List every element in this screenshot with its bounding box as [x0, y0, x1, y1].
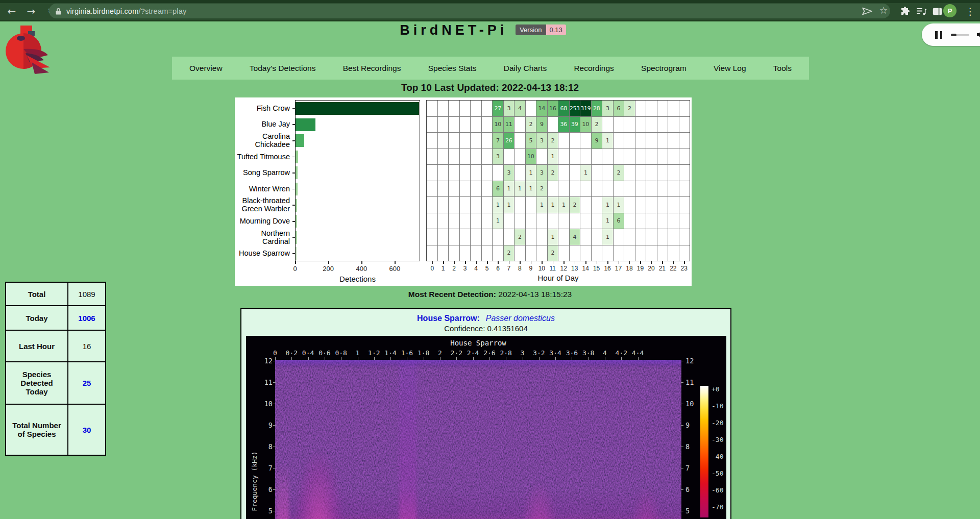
heatmap-cell: 27 [493, 101, 503, 116]
spectrogram-time-tick [523, 357, 523, 360]
spectrogram-freq-label: 8 [685, 442, 690, 451]
spectrogram-freq-tick [681, 489, 683, 490]
heatmap-cell [570, 245, 580, 261]
detections-bar [296, 199, 297, 212]
heatmap-cell: 2 [592, 117, 602, 133]
heatmap-axis-tick-label: 11 [550, 265, 556, 272]
heatmap-cell [580, 181, 591, 197]
heatmap-axis-tick-label: 15 [593, 265, 600, 272]
stats-value-link[interactable]: 30 [68, 404, 106, 455]
stats-row: Total Number of Species30 [6, 404, 106, 455]
nav-item-spectrogram[interactable]: Spectrogram [641, 64, 687, 73]
heatmap-cell: 36 [558, 117, 569, 133]
heatmap-cell: 68 [558, 101, 569, 116]
spectrogram-time-tick [539, 357, 540, 360]
spectrogram-time-tick [358, 357, 358, 360]
heatmap-cell: 2 [624, 101, 635, 116]
heatmap-cell: 1 [536, 197, 547, 213]
heatmap-cell [526, 197, 536, 213]
spectrogram-time-tick-label: 0·8 [335, 349, 347, 357]
heatmap-cell [592, 149, 602, 165]
nav-item-species-stats[interactable]: Species Stats [428, 64, 477, 73]
detection-species-name[interactable]: House Sparrow: [417, 314, 480, 323]
heatmap-cell: 3 [536, 165, 547, 181]
heatmap-cell [646, 181, 657, 197]
heatmap-cell: 16 [548, 101, 558, 116]
bookmark-star-icon[interactable]: ☆ [877, 5, 890, 16]
heatmap-cell: 2 [504, 245, 514, 261]
species-tick [292, 253, 295, 254]
heatmap-cell [657, 101, 668, 116]
progress-slider[interactable] [951, 34, 969, 36]
hourly-heatmap: 2734141668253319283621011293639102726532… [426, 100, 690, 261]
nav-item-recordings[interactable]: Recordings [574, 64, 614, 73]
spectrogram-freq-label: 11 [256, 378, 273, 386]
heatmap-cell [635, 117, 646, 133]
detections-bar [296, 134, 304, 147]
heatmap-cell [449, 197, 459, 213]
heatmap-cell: 10 [580, 117, 591, 133]
heatmap-cell: 10 [493, 117, 503, 133]
heatmap-axis-tick-label: 10 [538, 265, 545, 272]
nav-item-tools[interactable]: Tools [773, 64, 792, 73]
volume-icon[interactable] [976, 31, 980, 39]
nav-item-best-recordings[interactable]: Best Recordings [343, 64, 401, 73]
bar-axis-tick [395, 261, 396, 264]
bar-axis-tick-label: 400 [356, 265, 367, 273]
stats-label: Total Number of Species [6, 404, 68, 455]
heatmap-cell [558, 149, 569, 165]
heatmap-cell: 5 [526, 133, 536, 149]
pause-button[interactable] [935, 31, 942, 39]
heatmap-cell: 7 [493, 133, 503, 149]
heatmap-cell [635, 245, 646, 261]
send-to-device-icon[interactable] [861, 5, 874, 17]
heatmap-cell: 9 [592, 133, 602, 149]
heatmap-cell: 1 [580, 165, 591, 181]
spectrogram-time-tick [291, 357, 292, 360]
heatmap-cell [427, 229, 437, 245]
heatmap-cell [493, 229, 503, 245]
nav-item-overview[interactable]: Overview [189, 64, 223, 73]
spectrogram-freq-tick [681, 447, 683, 447]
heatmap-cell [438, 133, 449, 149]
nav-item-today-s-detections[interactable]: Today's Detections [250, 64, 316, 73]
profile-avatar[interactable]: P [943, 4, 957, 17]
heatmap-cell: 1 [493, 213, 503, 229]
spectrogram-time-tick [473, 357, 474, 360]
spectrogram-time-tick-label: 2·2 [451, 349, 462, 357]
heatmap-cell [614, 133, 624, 149]
colorbar-tick-label: -10 [712, 402, 723, 410]
spectrogram-time-tick-label: 3·2 [533, 349, 545, 357]
back-icon[interactable]: ← [4, 4, 19, 18]
spectrogram-time-tick-label: 1 [356, 349, 360, 357]
heatmap-cell [668, 181, 679, 197]
nav-item-view-log[interactable]: View Log [714, 64, 746, 73]
forward-icon[interactable]: → [23, 4, 39, 18]
audio-player [922, 23, 980, 46]
address-bar[interactable]: virginia.birdnetpi.com/?stream=play [49, 4, 890, 18]
stats-value-link[interactable]: 25 [68, 362, 106, 404]
heatmap-cell [514, 165, 525, 181]
heatmap-cell [471, 229, 481, 245]
heatmap-axis-tick [640, 261, 641, 264]
heatmap-cell [471, 133, 481, 149]
bar-axis-tick-label: 0 [293, 265, 297, 273]
version-badge: Version 0.13 [516, 24, 566, 35]
heatmap-cell [668, 101, 679, 116]
heatmap-cell [427, 213, 437, 229]
spectrogram-freq-tick [681, 361, 683, 361]
side-panel-icon[interactable] [929, 4, 945, 18]
heatmap-cell [592, 197, 602, 213]
heatmap-cell: 2 [548, 165, 558, 181]
heatmap-cell [570, 165, 580, 181]
stats-value-link[interactable]: 1006 [68, 306, 106, 330]
stats-table: Total1089Today1006Last Hour16Species Det… [5, 282, 106, 456]
kebab-menu-icon[interactable]: ⋮ [963, 4, 978, 18]
extensions-puzzle-icon[interactable] [897, 4, 913, 18]
spectrogram-time-tick-label: 2·8 [500, 349, 511, 357]
spectrogram-noise [275, 360, 681, 519]
nav-item-daily-charts[interactable]: Daily Charts [504, 64, 547, 73]
spectrogram-time-tick-label: 1·4 [384, 349, 396, 357]
species-tick [292, 108, 295, 109]
playlist-queue-icon[interactable] [914, 4, 929, 18]
